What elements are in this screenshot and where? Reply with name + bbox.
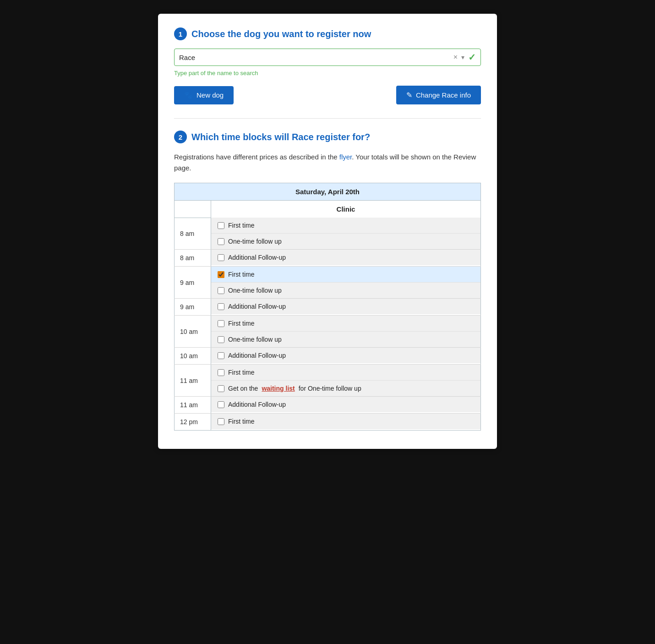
change-race-info-label: Change Race info [416, 91, 471, 99]
time-cell: 10 am [175, 316, 211, 348]
option-row: One-time follow up [211, 283, 480, 298]
options-cell: Additional Follow-up [211, 348, 481, 365]
time-cell: 10 am [175, 348, 211, 365]
time-cell: 11 am [175, 365, 211, 397]
table-row: 10 amFirst timeOne-time follow up [175, 316, 481, 348]
options-cell: First timeOne-time follow up [211, 316, 481, 348]
table-row: 11 amAdditional Follow-up [175, 397, 481, 414]
option-row: Additional Follow-up [211, 250, 480, 265]
step1-title: Choose the dog you want to register now [191, 29, 371, 39]
dog-search-input[interactable] [179, 54, 453, 61]
day-header: Saturday, April 20th [175, 183, 481, 201]
table-row: 8 amAdditional Follow-up [175, 250, 481, 267]
time-col-header [175, 201, 211, 218]
option-label: First time [228, 320, 255, 327]
step2-title: Which time blocks will Race register for… [191, 132, 370, 142]
clinic-col-header: Clinic [211, 201, 481, 218]
main-card: 1 Choose the dog you want to register no… [158, 14, 497, 449]
option-row: Get on the waiting list for One-time fol… [211, 381, 480, 396]
option-checkbox[interactable] [218, 222, 224, 229]
option-checkbox[interactable] [218, 303, 224, 310]
time-cell: 8 am [175, 218, 211, 250]
option-label: Additional Follow-up [228, 352, 286, 359]
options-cell: First timeOne-time follow up [211, 267, 481, 299]
waiting-list-text: Get on the [228, 385, 258, 392]
options-cell: Additional Follow-up [211, 299, 481, 316]
section2-header: 2 Which time blocks will Race register f… [174, 131, 481, 143]
option-row: First time [211, 414, 480, 429]
option-checkbox[interactable] [218, 287, 224, 294]
step1-badge: 1 [174, 27, 187, 40]
option-row: First time [211, 218, 480, 234]
options-cell: Additional Follow-up [211, 250, 481, 267]
time-cell: 9 am [175, 267, 211, 299]
options-cell: First timeOne-time follow up [211, 218, 481, 250]
time-cell: 11 am [175, 397, 211, 414]
option-checkbox[interactable] [218, 418, 224, 425]
table-row: 9 amFirst timeOne-time follow up [175, 267, 481, 299]
option-label: One-time follow up [228, 287, 282, 294]
option-label: First time [228, 222, 255, 229]
option-row: First time [211, 365, 480, 381]
option-label: Additional Follow-up [228, 254, 286, 261]
option-label: Additional Follow-up [228, 303, 286, 310]
section1-header: 1 Choose the dog you want to register no… [174, 27, 481, 40]
table-row: 9 amAdditional Follow-up [175, 299, 481, 316]
step2-badge: 2 [174, 131, 187, 143]
flyer-link[interactable]: flyer [339, 153, 352, 161]
dog-search-row: × ▾ ✓ [174, 49, 481, 66]
section-divider [174, 118, 481, 119]
search-controls: × ▾ ✓ [453, 52, 476, 63]
clear-icon[interactable]: × [453, 54, 458, 61]
new-dog-button[interactable]: 🐾 New dog [174, 86, 234, 104]
option-row: Additional Follow-up [211, 299, 480, 314]
desc-before: Registrations have different prices as d… [174, 153, 339, 161]
option-label: First time [228, 369, 255, 376]
option-row: First time [211, 316, 480, 332]
waiting-list-suffix: for One-time follow up [299, 385, 361, 392]
chevron-down-icon[interactable]: ▾ [461, 54, 464, 61]
table-row: 12 pmFirst time [175, 414, 481, 431]
options-cell: First timeGet on the waiting list for On… [211, 365, 481, 397]
option-checkbox[interactable] [218, 369, 224, 376]
option-row: Additional Follow-up [211, 348, 480, 363]
option-row: First time [211, 267, 480, 283]
table-row: 10 amAdditional Follow-up [175, 348, 481, 365]
option-label: One-time follow up [228, 336, 282, 343]
option-checkbox[interactable] [218, 385, 224, 392]
option-checkbox[interactable] [218, 401, 224, 408]
option-checkbox[interactable] [218, 238, 224, 245]
table-row: 8 amFirst timeOne-time follow up [175, 218, 481, 250]
time-cell: 12 pm [175, 414, 211, 431]
option-checkbox[interactable] [218, 320, 224, 327]
time-cell: 9 am [175, 299, 211, 316]
time-cell: 8 am [175, 250, 211, 267]
option-label: Additional Follow-up [228, 401, 286, 408]
option-label: First time [228, 418, 255, 425]
confirm-icon[interactable]: ✓ [468, 52, 476, 63]
change-race-info-button[interactable]: ✎ Change Race info [396, 86, 481, 104]
new-dog-label: New dog [196, 91, 224, 99]
paw-icon: 🐾 [184, 91, 193, 99]
option-checkbox[interactable] [218, 336, 224, 343]
search-hint: Type part of the name to search [174, 70, 481, 76]
section2-description: Registrations have different prices as d… [174, 152, 481, 174]
option-row: One-time follow up [211, 234, 480, 249]
options-cell: First time [211, 414, 481, 431]
action-row: 🐾 New dog ✎ Change Race info [174, 86, 481, 104]
option-checkbox[interactable] [218, 271, 224, 278]
table-row: 11 amFirst timeGet on the waiting list f… [175, 365, 481, 397]
options-cell: Additional Follow-up [211, 397, 481, 414]
edit-icon: ✎ [406, 91, 412, 99]
option-label: One-time follow up [228, 238, 282, 245]
option-checkbox[interactable] [218, 254, 224, 261]
option-checkbox[interactable] [218, 352, 224, 359]
schedule-table: Saturday, April 20th Clinic 8 amFirst ti… [174, 183, 481, 431]
waiting-list-link[interactable]: waiting list [262, 385, 295, 392]
option-row: Additional Follow-up [211, 397, 480, 412]
option-label: First time [228, 271, 255, 278]
option-row: One-time follow up [211, 332, 480, 347]
